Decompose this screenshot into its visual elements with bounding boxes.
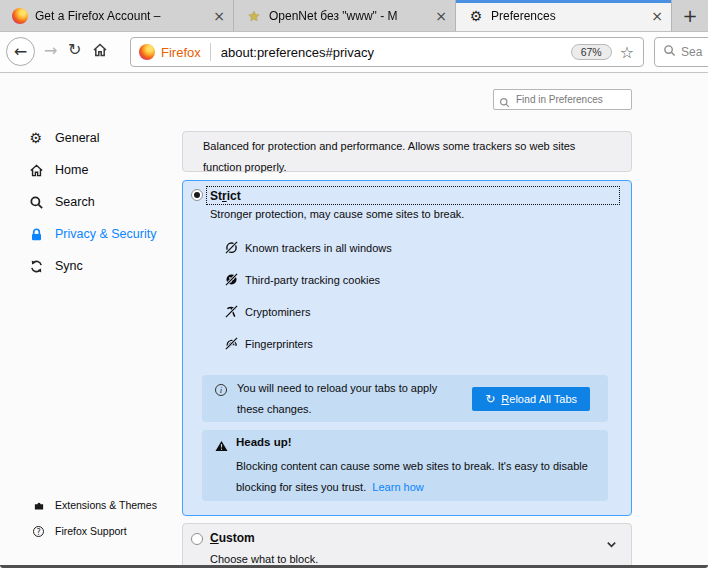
heads-up-title: Heads up! (236, 436, 292, 448)
bookmark-star-icon[interactable]: ☆ (620, 43, 634, 62)
custom-radio[interactable] (191, 533, 203, 545)
reload-notice-box: i You will need to reload your tabs to a… (202, 375, 608, 422)
fingerprint-blocked-icon (225, 337, 238, 350)
tracker-blocked-icon (225, 241, 238, 254)
sidebar-item-label: General (55, 131, 99, 145)
home-button[interactable] (92, 42, 108, 62)
search-input[interactable]: Sea (654, 37, 708, 67)
tab-firefox-account[interactable]: Get a Firefox Account – × (0, 0, 234, 31)
gear-icon: ⚙ (26, 130, 46, 146)
blocked-item-cryptominers: Cryptominers (225, 304, 310, 319)
sync-icon (26, 259, 46, 274)
sidebar-item-label: Extensions & Themes (55, 499, 157, 511)
url-brand-label: Firefox (161, 45, 201, 60)
firefox-logo-icon (139, 44, 155, 60)
firefox-favicon (12, 8, 28, 24)
standard-description: Balanced for protection and performance.… (183, 132, 605, 178)
sidebar-item-privacy-security[interactable]: Privacy & Security (26, 225, 156, 243)
home-icon (26, 163, 46, 178)
learn-how-link[interactable]: Learn how (372, 481, 423, 493)
forward-button[interactable]: → (44, 41, 57, 60)
question-circle-icon: ? (31, 526, 46, 537)
strict-option-box: Strict Stronger protection, may cause so… (182, 180, 632, 516)
cryptominer-blocked-icon (225, 305, 238, 318)
reload-note: You will need to reload your tabs to app… (237, 378, 449, 420)
url-text[interactable]: about:preferences#privacy (221, 45, 571, 60)
navigation-toolbar: ← → ↻ Firefox about:preferences#privacy … (0, 32, 708, 73)
search-icon (663, 43, 676, 61)
tab-title: OpenNet без "www" - M (269, 9, 429, 23)
search-icon (26, 195, 46, 210)
tab-title: Preferences (491, 9, 645, 23)
custom-description: Choose what to block. (210, 553, 318, 565)
tab-title: Get a Firefox Account – (35, 9, 207, 23)
cookie-blocked-icon (225, 273, 238, 286)
blocked-item-cookies: Third-party tracking cookies (225, 272, 380, 287)
find-in-preferences[interactable] (493, 89, 632, 110)
sidebar-item-label: Privacy & Security (55, 227, 156, 241)
tab-opennet[interactable]: ★ OpenNet без "www" - M × (234, 0, 456, 31)
tab-preferences[interactable]: ⚙ Preferences × (456, 0, 672, 31)
close-icon[interactable]: × (651, 9, 663, 23)
gear-icon: ⚙ (468, 8, 484, 24)
tab-bar: Get a Firefox Account – × ★ OpenNet без … (0, 0, 708, 32)
warning-icon (215, 438, 228, 456)
browser-window: Get a Firefox Account – × ★ OpenNet без … (0, 0, 708, 571)
heads-up-warning-box: Heads up! Blocking content can cause som… (202, 430, 608, 501)
lock-icon (26, 227, 46, 242)
sidebar-item-search[interactable]: Search (26, 193, 95, 211)
window-bottom-edge (0, 565, 708, 568)
reload-all-tabs-button[interactable]: ↻ Reload All Tabs (472, 387, 590, 411)
sidebar-item-home[interactable]: Home (26, 161, 88, 179)
sidebar-item-firefox-support[interactable]: ? Firefox Support (31, 524, 127, 538)
strict-radio[interactable] (191, 189, 203, 201)
standard-option-box[interactable]: Balanced for protection and performance.… (182, 131, 632, 172)
strict-option-label[interactable]: Strict (206, 186, 620, 205)
back-button[interactable]: ← (6, 37, 35, 66)
zoom-level-badge[interactable]: 67% (571, 44, 612, 60)
search-placeholder: Sea (681, 45, 702, 59)
url-separator (210, 43, 211, 61)
custom-option-box[interactable]: Custom Choose what to block. (182, 523, 632, 565)
sidebar-item-label: Home (55, 163, 88, 177)
blocked-item-trackers: Known trackers in all windows (225, 240, 392, 255)
custom-option-label[interactable]: Custom (210, 531, 255, 545)
strict-description: Stronger protection, may cause some site… (210, 208, 464, 220)
reload-all-tabs-label: Reload All Tabs (501, 393, 577, 405)
reload-button[interactable]: ↻ (68, 40, 81, 59)
info-icon: i (215, 384, 227, 396)
puzzle-icon (31, 499, 46, 511)
sidebar-item-general[interactable]: ⚙ General (26, 129, 99, 147)
sidebar-item-extensions-themes[interactable]: Extensions & Themes (31, 498, 157, 512)
reload-icon: ↻ (485, 392, 495, 406)
find-input[interactable] (493, 89, 632, 110)
heads-up-text: Blocking content can cause some web site… (236, 456, 600, 498)
sidebar-item-label: Firefox Support (55, 525, 127, 537)
sidebar-item-sync[interactable]: Sync (26, 257, 83, 275)
blocked-item-fingerprinters: Fingerprinters (225, 336, 313, 351)
close-icon[interactable]: × (435, 9, 447, 23)
chevron-down-icon[interactable] (606, 535, 617, 553)
star-favicon: ★ (246, 8, 262, 24)
new-tab-button[interactable]: + (672, 0, 708, 31)
close-icon[interactable]: × (213, 9, 225, 23)
preferences-content: ⚙ General Home Search Privacy & Security (0, 73, 708, 565)
sidebar-item-label: Sync (55, 259, 83, 273)
search-icon (499, 94, 510, 112)
url-bar[interactable]: Firefox about:preferences#privacy 67% ☆ (130, 37, 644, 67)
sidebar-item-label: Search (55, 195, 95, 209)
